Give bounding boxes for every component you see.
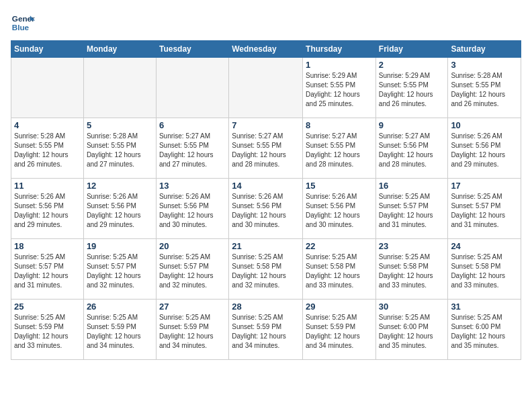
day-number: 6 <box>159 120 226 130</box>
day-info: Sunrise: 5:26 AM Sunset: 5:56 PM Dayligh… <box>87 192 153 230</box>
day-number: 26 <box>87 302 153 312</box>
day-info: Sunrise: 5:27 AM Sunset: 5:56 PM Dayligh… <box>379 132 445 169</box>
svg-text:Blue: Blue <box>12 23 30 32</box>
day-info: Sunrise: 5:26 AM Sunset: 5:56 PM Dayligh… <box>14 192 81 230</box>
logo-icon: General Blue <box>11 11 35 35</box>
calendar-week-row: 4Sunrise: 5:28 AM Sunset: 5:55 PM Daylig… <box>11 118 521 179</box>
day-info: Sunrise: 5:27 AM Sunset: 5:55 PM Dayligh… <box>159 132 226 169</box>
day-info: Sunrise: 5:25 AM Sunset: 5:57 PM Dayligh… <box>14 253 81 290</box>
calendar-cell: 15Sunrise: 5:26 AM Sunset: 5:56 PM Dayli… <box>303 179 376 239</box>
day-number: 29 <box>306 302 373 312</box>
calendar-cell: 10Sunrise: 5:26 AM Sunset: 5:56 PM Dayli… <box>448 118 521 179</box>
day-number: 31 <box>451 302 518 312</box>
day-number: 13 <box>159 181 226 191</box>
day-number: 23 <box>379 241 445 251</box>
calendar-cell: 26Sunrise: 5:25 AM Sunset: 5:59 PM Dayli… <box>83 300 156 360</box>
calendar-cell: 18Sunrise: 5:25 AM Sunset: 5:57 PM Dayli… <box>11 239 84 300</box>
calendar-cell: 30Sunrise: 5:25 AM Sunset: 6:00 PM Dayli… <box>375 300 448 360</box>
day-number: 10 <box>451 120 518 130</box>
day-info: Sunrise: 5:25 AM Sunset: 5:57 PM Dayligh… <box>451 192 518 230</box>
calendar-cell: 20Sunrise: 5:25 AM Sunset: 5:57 PM Dayli… <box>156 239 228 300</box>
day-number: 22 <box>306 241 373 251</box>
day-number: 24 <box>451 241 518 251</box>
day-info: Sunrise: 5:28 AM Sunset: 5:55 PM Dayligh… <box>14 132 81 169</box>
day-number: 27 <box>159 302 226 312</box>
day-number: 25 <box>14 302 81 312</box>
day-info: Sunrise: 5:29 AM Sunset: 5:55 PM Dayligh… <box>306 71 373 109</box>
day-number: 9 <box>379 120 445 130</box>
day-info: Sunrise: 5:25 AM Sunset: 5:58 PM Dayligh… <box>306 253 373 290</box>
day-info: Sunrise: 5:27 AM Sunset: 5:55 PM Dayligh… <box>306 132 373 169</box>
day-number: 5 <box>87 120 153 130</box>
day-info: Sunrise: 5:25 AM Sunset: 5:58 PM Dayligh… <box>232 253 300 290</box>
weekday-header: Friday <box>375 41 448 58</box>
day-number: 15 <box>306 181 373 191</box>
day-number: 4 <box>14 120 81 130</box>
day-number: 12 <box>87 181 153 191</box>
day-info: Sunrise: 5:25 AM Sunset: 5:59 PM Dayligh… <box>87 313 153 351</box>
day-info: Sunrise: 5:25 AM Sunset: 5:59 PM Dayligh… <box>159 313 226 351</box>
weekday-header: Sunday <box>11 41 84 58</box>
day-number: 20 <box>159 241 226 251</box>
calendar-cell: 29Sunrise: 5:25 AM Sunset: 5:59 PM Dayli… <box>303 300 376 360</box>
calendar-cell: 4Sunrise: 5:28 AM Sunset: 5:55 PM Daylig… <box>11 118 84 179</box>
calendar-cell: 16Sunrise: 5:25 AM Sunset: 5:57 PM Dayli… <box>375 179 448 239</box>
weekday-header: Thursday <box>303 41 376 58</box>
calendar-cell: 7Sunrise: 5:27 AM Sunset: 5:55 PM Daylig… <box>229 118 303 179</box>
calendar-cell: 6Sunrise: 5:27 AM Sunset: 5:55 PM Daylig… <box>156 118 228 179</box>
day-info: Sunrise: 5:26 AM Sunset: 5:56 PM Dayligh… <box>232 192 300 230</box>
calendar-cell <box>156 58 228 118</box>
day-info: Sunrise: 5:26 AM Sunset: 5:56 PM Dayligh… <box>159 192 226 230</box>
calendar-week-row: 18Sunrise: 5:25 AM Sunset: 5:57 PM Dayli… <box>11 239 521 300</box>
calendar-cell: 17Sunrise: 5:25 AM Sunset: 5:57 PM Dayli… <box>448 179 521 239</box>
calendar-cell <box>229 58 303 118</box>
calendar-cell: 28Sunrise: 5:25 AM Sunset: 5:59 PM Dayli… <box>229 300 303 360</box>
day-number: 30 <box>379 302 445 312</box>
day-info: Sunrise: 5:28 AM Sunset: 5:55 PM Dayligh… <box>451 71 518 109</box>
weekday-header-row: SundayMondayTuesdayWednesdayThursdayFrid… <box>11 41 521 58</box>
calendar-cell: 31Sunrise: 5:25 AM Sunset: 6:00 PM Dayli… <box>448 300 521 360</box>
day-number: 21 <box>232 241 300 251</box>
day-number: 11 <box>14 181 81 191</box>
day-info: Sunrise: 5:25 AM Sunset: 6:00 PM Dayligh… <box>379 313 445 351</box>
day-number: 7 <box>232 120 300 130</box>
calendar-cell: 9Sunrise: 5:27 AM Sunset: 5:56 PM Daylig… <box>375 118 448 179</box>
day-info: Sunrise: 5:25 AM Sunset: 5:58 PM Dayligh… <box>379 253 445 290</box>
calendar-cell: 14Sunrise: 5:26 AM Sunset: 5:56 PM Dayli… <box>229 179 303 239</box>
day-info: Sunrise: 5:25 AM Sunset: 5:59 PM Dayligh… <box>14 313 81 351</box>
day-info: Sunrise: 5:25 AM Sunset: 5:59 PM Dayligh… <box>232 313 300 351</box>
day-number: 17 <box>451 181 518 191</box>
calendar-cell: 23Sunrise: 5:25 AM Sunset: 5:58 PM Dayli… <box>375 239 448 300</box>
day-number: 8 <box>306 120 373 130</box>
day-number: 19 <box>87 241 153 251</box>
day-number: 28 <box>232 302 300 312</box>
logo: General Blue <box>11 11 38 35</box>
weekday-header: Saturday <box>448 41 521 58</box>
page-header: General Blue <box>11 11 521 35</box>
day-number: 14 <box>232 181 300 191</box>
calendar-cell <box>11 58 84 118</box>
calendar-cell: 21Sunrise: 5:25 AM Sunset: 5:58 PM Dayli… <box>229 239 303 300</box>
day-info: Sunrise: 5:27 AM Sunset: 5:55 PM Dayligh… <box>232 132 300 169</box>
calendar-cell: 13Sunrise: 5:26 AM Sunset: 5:56 PM Dayli… <box>156 179 228 239</box>
calendar-week-row: 1Sunrise: 5:29 AM Sunset: 5:55 PM Daylig… <box>11 58 521 118</box>
calendar-week-row: 11Sunrise: 5:26 AM Sunset: 5:56 PM Dayli… <box>11 179 521 239</box>
day-info: Sunrise: 5:25 AM Sunset: 5:57 PM Dayligh… <box>87 253 153 290</box>
day-info: Sunrise: 5:25 AM Sunset: 5:57 PM Dayligh… <box>379 192 445 230</box>
day-number: 18 <box>14 241 81 251</box>
weekday-header: Wednesday <box>229 41 303 58</box>
day-info: Sunrise: 5:26 AM Sunset: 5:56 PM Dayligh… <box>306 192 373 230</box>
calendar-cell: 11Sunrise: 5:26 AM Sunset: 5:56 PM Dayli… <box>11 179 84 239</box>
day-info: Sunrise: 5:25 AM Sunset: 6:00 PM Dayligh… <box>451 313 518 351</box>
day-number: 3 <box>451 60 518 70</box>
calendar-cell: 5Sunrise: 5:28 AM Sunset: 5:55 PM Daylig… <box>83 118 156 179</box>
calendar-cell: 27Sunrise: 5:25 AM Sunset: 5:59 PM Dayli… <box>156 300 228 360</box>
calendar-cell: 8Sunrise: 5:27 AM Sunset: 5:55 PM Daylig… <box>303 118 376 179</box>
weekday-header: Tuesday <box>156 41 228 58</box>
calendar-cell: 25Sunrise: 5:25 AM Sunset: 5:59 PM Dayli… <box>11 300 84 360</box>
calendar-cell: 2Sunrise: 5:29 AM Sunset: 5:55 PM Daylig… <box>375 58 448 118</box>
calendar-cell: 22Sunrise: 5:25 AM Sunset: 5:58 PM Dayli… <box>303 239 376 300</box>
weekday-header: Monday <box>83 41 156 58</box>
day-info: Sunrise: 5:25 AM Sunset: 5:57 PM Dayligh… <box>159 253 226 290</box>
calendar-cell: 12Sunrise: 5:26 AM Sunset: 5:56 PM Dayli… <box>83 179 156 239</box>
